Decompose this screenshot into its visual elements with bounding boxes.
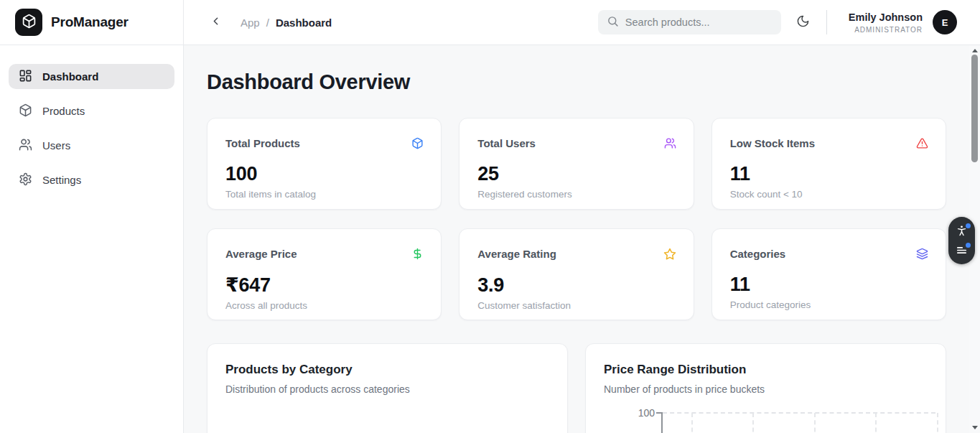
stat-card-low-stock: Low Stock Items 11 Stock count < 10 [711, 118, 946, 210]
brand-name: ProManager [51, 14, 129, 30]
stat-value: 25 [477, 163, 676, 185]
package-icon [22, 14, 37, 32]
stat-label: Average Rating [477, 248, 556, 260]
sidebar-item-products[interactable]: Products [9, 98, 174, 124]
stat-label: Total Users [477, 137, 536, 149]
stat-card-average-rating: Average Rating 3.9 Customer satisfaction [459, 228, 694, 320]
breadcrumb-current: Dashboard [276, 17, 332, 29]
reading-lines-icon[interactable] [956, 244, 969, 257]
stat-card-categories: Categories 11 Product categories [711, 228, 946, 320]
triangle-up-icon [972, 49, 978, 52]
main-content: Dashboard Overview Total Products 100 To… [184, 45, 980, 433]
gridline-horizontal [663, 412, 935, 414]
stat-label: Low Stock Items [730, 137, 815, 149]
gridline-vertical [752, 413, 754, 433]
sidebar-item-label: Settings [42, 174, 81, 186]
stat-value: ₹647 [225, 274, 424, 297]
page-title: Dashboard Overview [207, 69, 980, 95]
package-icon [19, 103, 32, 119]
gear-icon [19, 172, 32, 188]
package-icon [411, 137, 424, 152]
breadcrumb-separator: / [266, 17, 269, 29]
breadcrumb: App / Dashboard [241, 17, 332, 29]
products-by-category-card: Products by Category Distribution of pro… [207, 343, 568, 433]
logo-zone: ProManager [0, 0, 184, 45]
stat-value: 3.9 [477, 274, 676, 297]
chart-subtitle: Number of products in price buckets [604, 383, 928, 395]
stat-caption: Registered customers [477, 189, 676, 200]
top-bar: ProManager App / Dashboard Emily Jo [0, 0, 980, 45]
y-axis-tick-label: 100 [619, 407, 655, 419]
sidebar: Dashboard Products Users Settings [0, 45, 184, 433]
stat-card-total-products: Total Products 100 Total items in catalo… [207, 118, 442, 210]
notification-dot [966, 223, 971, 228]
header-main: App / Dashboard Emily Johnson ADMINISTRA… [184, 0, 980, 45]
sidebar-item-label: Users [42, 139, 70, 152]
stat-value: 11 [730, 163, 928, 185]
stat-caption: Customer satisfaction [477, 300, 676, 311]
gridline-vertical [814, 413, 816, 433]
user-role: ADMINISTRATOR [849, 26, 923, 34]
sidebar-item-label: Dashboard [42, 70, 98, 83]
stat-value: 100 [225, 163, 424, 185]
user-block: Emily Johnson ADMINISTRATOR E [849, 10, 957, 34]
stat-caption: Total items in catalog [225, 189, 424, 200]
sidebar-item-label: Products [42, 105, 85, 117]
user-name: Emily Johnson [849, 11, 923, 24]
stats-grid: Total Products 100 Total items in catalo… [207, 118, 946, 320]
triangle-down-icon [972, 426, 978, 429]
search-box[interactable] [598, 10, 781, 34]
star-icon [663, 248, 676, 264]
stat-caption: Product categories [730, 299, 928, 310]
sidebar-item-settings[interactable]: Settings [9, 167, 174, 192]
header-divider [826, 10, 827, 34]
layout-dashboard-icon [19, 69, 32, 85]
users-icon [664, 137, 676, 152]
chart-title: Price Range Distribution [604, 363, 928, 377]
stat-card-total-users: Total Users 25 Registered customers [459, 118, 694, 210]
users-icon [19, 138, 32, 154]
dollar-sign-icon [411, 248, 424, 263]
accessibility-person-icon[interactable] [956, 225, 969, 238]
stat-caption: Stock count < 10 [730, 189, 928, 200]
sidebar-item-users[interactable]: Users [9, 133, 174, 158]
scrollbar-thumb[interactable] [971, 55, 978, 162]
chart-subtitle: Distribution of products across categori… [225, 383, 550, 395]
user-text: Emily Johnson ADMINISTRATOR [849, 11, 923, 34]
gridline-vertical [875, 413, 877, 433]
stat-label: Total Products [225, 137, 300, 149]
search-input[interactable] [625, 17, 773, 28]
charts-grid: Products by Category Distribution of pro… [207, 343, 946, 433]
chart-title: Products by Category [225, 363, 550, 377]
alert-triangle-icon [916, 137, 928, 152]
scrollbar-down-arrow[interactable] [969, 423, 980, 432]
stat-card-average-price: Average Price ₹647 Across all products [207, 228, 442, 320]
gridline-vertical [691, 413, 693, 433]
bar-chart-plot: 100 [604, 406, 937, 433]
stat-value: 11 [730, 274, 928, 296]
accessibility-widget[interactable] [948, 217, 975, 264]
price-range-distribution-card: Price Range Distribution Number of produ… [585, 343, 946, 433]
layers-icon [916, 248, 928, 263]
stat-caption: Across all products [225, 300, 424, 311]
stat-label: Categories [730, 248, 786, 260]
stat-label: Average Price [225, 248, 297, 260]
notification-dot [966, 243, 971, 248]
avatar[interactable]: E [933, 10, 957, 34]
back-button[interactable] [210, 15, 222, 29]
chevron-left-icon [210, 15, 222, 29]
theme-toggle-button[interactable] [796, 14, 810, 30]
app-logo [15, 9, 42, 36]
moon-icon [796, 14, 810, 30]
breadcrumb-parent[interactable]: App [241, 17, 260, 29]
y-axis-line [661, 412, 663, 433]
sidebar-item-dashboard[interactable]: Dashboard [9, 64, 174, 89]
search-icon [607, 15, 619, 30]
gridline-vertical [937, 413, 938, 433]
